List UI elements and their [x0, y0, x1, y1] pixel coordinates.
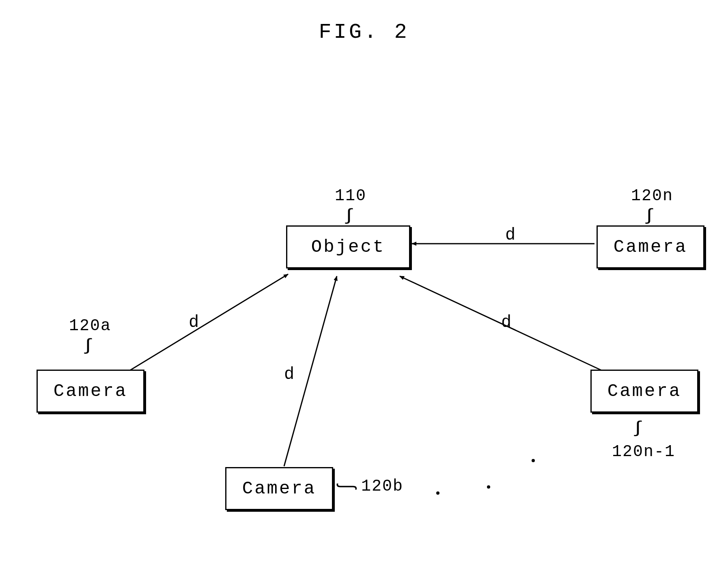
camera-120n-box: Camera: [597, 225, 704, 268]
camera-120n-1-label: Camera: [607, 381, 681, 401]
figure-title: FIG. 2: [0, 20, 728, 44]
distance-120a: d: [189, 313, 199, 332]
camera-120a-label: Camera: [54, 381, 127, 401]
camera-120n-label: Camera: [614, 237, 687, 257]
squiggle-icon: ∫: [82, 338, 94, 354]
camera-120b-ref: 120b: [361, 477, 403, 495]
camera-120n-1-ref: 120n-1: [612, 443, 675, 461]
object-ref: 110: [335, 187, 366, 205]
camera-120b-box: Camera: [225, 467, 333, 510]
squiggle-icon: ∫: [643, 208, 655, 224]
camera-120a-ref: 120a: [69, 317, 111, 335]
ellipsis-dot: [532, 459, 535, 462]
object-label: Object: [311, 237, 385, 257]
squiggle-icon: ∫: [342, 208, 355, 224]
camera-120n-1-box: Camera: [590, 370, 698, 413]
svg-line-1: [126, 274, 288, 373]
ellipsis-dot: [487, 485, 490, 489]
squiggle-icon: ∫: [336, 482, 357, 491]
distance-120n-1: d: [501, 313, 511, 332]
figure-canvas: FIG. 2 Object 110 ∫ Camera 120a ∫ d Came…: [0, 0, 728, 582]
ellipsis-dot: [436, 491, 439, 495]
camera-120b-label: Camera: [242, 478, 316, 499]
squiggle-icon: ∫: [631, 420, 644, 437]
camera-120n-ref: 120n: [631, 187, 673, 205]
distance-120n: d: [505, 225, 515, 245]
distance-120b: d: [284, 365, 294, 384]
camera-120a-box: Camera: [37, 370, 144, 413]
object-box: Object: [286, 225, 410, 268]
